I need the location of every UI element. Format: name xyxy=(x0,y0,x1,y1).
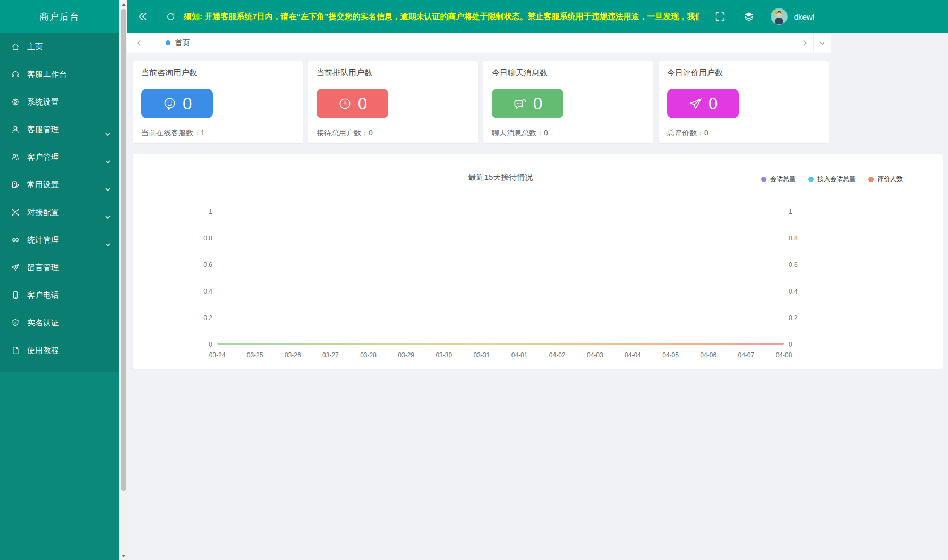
headset-icon xyxy=(11,70,20,79)
topbar-right: dkewl xyxy=(699,8,814,25)
card-title: 当前排队用户数 xyxy=(308,61,478,84)
app-title: 商户后台 xyxy=(0,0,119,33)
legend-item[interactable]: 会话总量 xyxy=(761,175,796,184)
chart-title: 最近15天接待情况 xyxy=(217,173,784,183)
x-axis-label: 04-08 xyxy=(776,351,792,359)
legend-label: 评价人数 xyxy=(877,175,903,184)
refresh-icon xyxy=(166,12,176,22)
card-footer: 当前在线客服数：1 xyxy=(133,123,303,143)
user-avatar[interactable] xyxy=(771,8,788,25)
scroll-down-button[interactable] xyxy=(119,552,127,560)
sidebar-item-label: 客户管理 xyxy=(27,152,59,162)
tab-scroll-left-button[interactable] xyxy=(127,33,151,53)
layers-button[interactable] xyxy=(741,8,757,24)
chevron-down-icon xyxy=(105,214,111,220)
y-axis-label: 0.6 xyxy=(789,261,798,269)
sidebar-item-label: 客服工作台 xyxy=(27,70,67,80)
x-axis-label: 03-25 xyxy=(247,351,263,359)
stat-card-queued-users: 当前排队用户数 0 接待总用户数：0 xyxy=(308,61,478,143)
stat-value: 0 xyxy=(358,96,367,112)
triangle-down-icon xyxy=(122,555,126,557)
tabbar-empty-area xyxy=(831,33,948,53)
sidebar-item-integration-config[interactable]: 对接配置 xyxy=(0,199,119,226)
sidebar-item-home[interactable]: 主页 xyxy=(0,33,119,61)
stat-pill: 0 xyxy=(141,89,213,118)
refresh-button[interactable] xyxy=(163,8,178,24)
chat-dots-icon xyxy=(513,97,527,111)
notice-banner: 须知: 开通客服系统7日内，请在“左下角”提交您的实名信息，逾期未认证的商户将处… xyxy=(178,12,699,22)
collapse-sidebar-button[interactable] xyxy=(135,8,151,24)
tab-label: 首页 xyxy=(175,38,190,48)
y-axis-label: 0.8 xyxy=(789,235,798,242)
legend-item[interactable]: 评价人数 xyxy=(868,175,903,184)
x-axis-label: 04-04 xyxy=(625,351,641,359)
page-content: 当前咨询用户数 0 当前在线客服数：1 当前排队用户数 xyxy=(127,53,948,560)
sidebar-item-statistics[interactable]: 统计管理 xyxy=(0,226,119,254)
sidebar: 商户后台 主页 客服工作台 系统设置 客服管理 客户管理 xyxy=(0,0,119,560)
y-axis-label: 0 xyxy=(789,341,792,348)
book-icon xyxy=(11,346,20,355)
stat-pill: 0 xyxy=(317,89,388,118)
x-axis-label: 04-01 xyxy=(511,351,528,359)
app-window: 商户后台 主页 客服工作台 系统设置 客服管理 客户管理 xyxy=(0,0,948,560)
sidebar-item-system-settings[interactable]: 系统设置 xyxy=(0,88,119,116)
scrollbar-thumb[interactable] xyxy=(121,9,126,491)
sidebar-item-label: 实名认证 xyxy=(27,318,59,328)
chart-legend: 会话总量接入会话总量评价人数 xyxy=(761,175,903,184)
agent-icon xyxy=(11,125,20,134)
sidebar-item-label: 客服管理 xyxy=(27,125,59,135)
sidebar-item-customer-mgmt[interactable]: 客户管理 xyxy=(0,143,119,171)
send-icon xyxy=(688,97,703,111)
sidebar-scrollbar[interactable] xyxy=(119,0,127,560)
fullscreen-icon xyxy=(714,11,726,22)
chevron-down-icon xyxy=(105,131,111,137)
sidebar-item-verification[interactable]: 实名认证 xyxy=(0,309,119,337)
tab-menu-button[interactable] xyxy=(813,33,831,53)
chevron-left-icon xyxy=(135,39,143,47)
scroll-up-button[interactable] xyxy=(119,0,127,8)
legend-item[interactable]: 接入会话总量 xyxy=(808,175,856,184)
y-axis-label: 0.2 xyxy=(789,314,798,322)
paper-plane-icon xyxy=(11,263,20,272)
fullscreen-button[interactable] xyxy=(712,8,728,24)
x-axis-label: 03-26 xyxy=(285,351,301,359)
y-axis-label: 0.4 xyxy=(789,288,798,295)
card-title: 今日评价用户数 xyxy=(659,61,829,84)
clock-icon xyxy=(338,97,352,111)
y-axis-label: 1 xyxy=(209,208,212,216)
reception-chart-card: 最近15天接待情况 会话总量接入会话总量评价人数 000.20.20.40.40… xyxy=(133,154,943,369)
card-title: 今日聊天消息数 xyxy=(483,61,653,84)
legend-dot-icon xyxy=(808,177,814,182)
username[interactable]: dkewl xyxy=(794,12,814,21)
integration-icon xyxy=(11,208,20,217)
x-axis-label: 04-06 xyxy=(700,351,716,359)
gear-icon xyxy=(11,97,20,107)
zero-line-series xyxy=(217,343,784,345)
stat-card-consulting-users: 当前咨询用户数 0 当前在线客服数：1 xyxy=(133,61,303,143)
chevron-down-icon xyxy=(818,39,826,47)
infinity-icon xyxy=(11,235,20,245)
sidebar-item-common-settings[interactable]: 常用设置 xyxy=(0,171,119,199)
x-axis-label: 04-05 xyxy=(662,351,679,359)
tab-scroll-right-button[interactable] xyxy=(796,33,813,53)
sidebar-item-messages[interactable]: 留言管理 xyxy=(0,254,119,281)
sidebar-item-agent-mgmt[interactable]: 客服管理 xyxy=(0,116,119,143)
tab-controls xyxy=(796,33,831,53)
x-axis-label: 04-03 xyxy=(587,351,603,359)
sidebar-item-customer-phone[interactable]: 客户电话 xyxy=(0,281,119,309)
x-axis-label: 03-29 xyxy=(398,351,414,359)
y-axis-label: 0.8 xyxy=(203,235,212,242)
card-footer: 总评价数：0 xyxy=(659,123,829,143)
stat-value: 0 xyxy=(183,96,192,112)
sidebar-item-label: 主页 xyxy=(27,42,43,52)
customers-icon xyxy=(11,152,20,162)
sidebar-item-workbench[interactable]: 客服工作台 xyxy=(0,61,119,88)
sidebar-item-label: 留言管理 xyxy=(27,263,59,273)
stat-cards-row: 当前咨询用户数 0 当前在线客服数：1 当前排队用户数 xyxy=(133,61,943,143)
chevron-down-icon xyxy=(105,242,111,248)
card-footer: 接待总用户数：0 xyxy=(308,123,478,143)
y-axis-label: 0.6 xyxy=(203,261,212,269)
x-axis-label: 03-27 xyxy=(322,351,339,359)
sidebar-item-tutorial[interactable]: 使用教程 xyxy=(0,337,119,364)
tab-home[interactable]: 首页 xyxy=(151,33,204,53)
